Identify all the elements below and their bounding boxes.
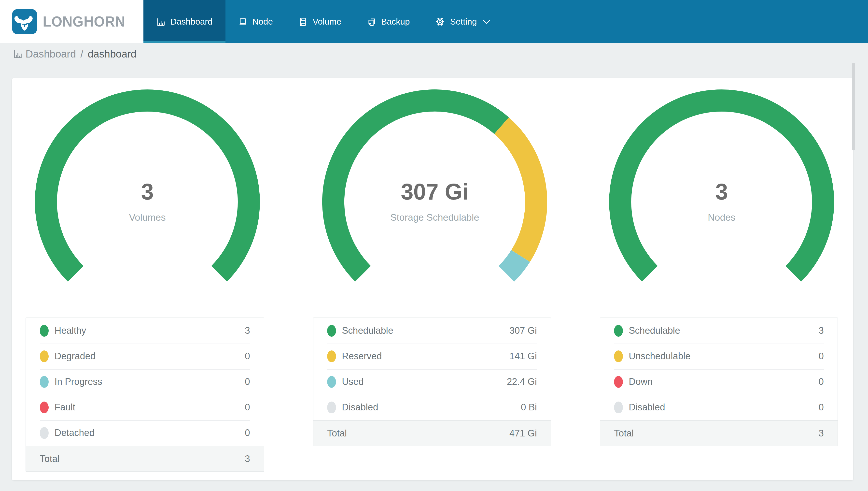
legend-label: Schedulable — [342, 325, 509, 336]
legend-value: 0 — [245, 376, 250, 387]
legend-label: In Progress — [55, 376, 245, 387]
legend-label: Detached — [55, 428, 245, 438]
tab-label: Backup — [381, 17, 410, 27]
volumes-gauge: 3 Volumes — [34, 89, 260, 315]
scrollbar-thumb[interactable] — [852, 63, 855, 150]
copy-pages-icon — [367, 17, 376, 26]
legend-label: Disabled — [629, 402, 818, 413]
nodes-gauge: 3 Nodes — [609, 89, 835, 315]
gauge-segment-reserved — [501, 125, 536, 256]
total-value: 3 — [245, 454, 250, 464]
total-value: 471 Gi — [509, 428, 537, 439]
legend-value: 307 Gi — [509, 325, 537, 336]
volumes-legend-table: Healthy3Degraded0In Progress0Fault0Detac… — [26, 318, 264, 472]
legend-label: Used — [342, 376, 507, 387]
storage-drawers-icon — [299, 17, 308, 26]
legend-row-healthy: Healthy3 — [26, 318, 264, 344]
laptop-icon — [238, 17, 247, 26]
total-label: Total — [614, 428, 818, 439]
gauge-segment-schedulable — [333, 100, 501, 274]
nav-tabs: Dashboard Node Volume — [144, 0, 503, 43]
legend-total-row: Total3 — [600, 420, 838, 446]
legend-value: 0 — [818, 376, 824, 387]
tab-setting[interactable]: Setting — [423, 0, 503, 43]
gear-icon — [435, 17, 445, 27]
unschedulable-dot-icon — [614, 350, 623, 362]
tab-node[interactable]: Node — [225, 0, 286, 43]
legend-row-unschedulable: Unschedulable0 — [600, 344, 838, 369]
nodes-gauge-arc — [609, 89, 835, 315]
storage-legend-table: Schedulable307 GiReserved141 GiUsed22.4 … — [313, 318, 551, 446]
nodes-legend-table: Schedulable3Unschedulable0Down0Disabled0… — [600, 318, 838, 446]
volumes-gauge-arc — [34, 89, 260, 315]
legend-row-reserved: Reserved141 Gi — [313, 344, 551, 369]
legend-row-degraded: Degraded0 — [26, 344, 264, 369]
legend-row-in-progress: In Progress0 — [26, 369, 264, 395]
gauge-segment-healthy — [46, 100, 249, 274]
legend-value: 22.4 Gi — [507, 376, 537, 387]
legend-label: Degraded — [55, 351, 245, 362]
total-label: Total — [327, 428, 509, 439]
bar-chart-icon — [156, 17, 165, 26]
legend-value: 0 — [818, 351, 824, 362]
in-progress-dot-icon — [40, 376, 49, 388]
legend-row-disabled: Disabled0 Bi — [313, 395, 551, 420]
degraded-dot-icon — [40, 350, 49, 362]
longhorn-logo-icon — [12, 9, 37, 34]
breadcrumb-separator: / — [80, 48, 83, 60]
active-tab-underline — [144, 41, 225, 43]
legend-row-schedulable: Schedulable3 — [600, 318, 838, 344]
legend-label: Healthy — [55, 325, 245, 336]
reserved-dot-icon — [327, 350, 336, 362]
schedulable-dot-icon — [614, 325, 623, 337]
tab-volume[interactable]: Volume — [286, 0, 354, 43]
tab-label: Setting — [450, 17, 477, 27]
legend-value: 0 Bi — [521, 402, 537, 413]
top-nav: LONGHORN Dashboard Node — [0, 0, 868, 43]
storage-gauge: 307 Gi Storage Schedulable — [322, 89, 548, 315]
legend-row-used: Used22.4 Gi — [313, 369, 551, 395]
legend-label: Unschedulable — [629, 351, 818, 362]
legend-value: 141 Gi — [509, 351, 537, 362]
disabled-dot-icon — [614, 402, 623, 413]
dashboard-card: 3 Volumes 307 Gi Storage Schedulable 3 N… — [12, 78, 853, 480]
storage-gauge-arc — [322, 89, 548, 315]
legend-row-down: Down0 — [600, 369, 838, 395]
gauge-segment-schedulable — [620, 100, 823, 274]
legend-label: Reserved — [342, 351, 509, 362]
brand-name: LONGHORN — [43, 13, 125, 30]
legend-row-detached: Detached0 — [26, 420, 264, 446]
breadcrumb: Dashboard / dashboard — [13, 48, 136, 60]
legend-value: 0 — [245, 428, 250, 438]
tab-label: Dashboard — [170, 17, 213, 27]
detached-dot-icon — [40, 427, 49, 439]
breadcrumb-section[interactable]: Dashboard — [26, 48, 76, 60]
legend-label: Down — [629, 376, 818, 387]
used-dot-icon — [327, 376, 336, 388]
legend-value: 0 — [245, 351, 250, 362]
tab-dashboard[interactable]: Dashboard — [144, 0, 225, 43]
down-dot-icon — [614, 376, 623, 388]
legend-label: Schedulable — [629, 325, 818, 336]
disabled-dot-icon — [327, 402, 336, 413]
fault-dot-icon — [40, 402, 49, 413]
brand[interactable]: LONGHORN — [0, 0, 144, 43]
legend-row-schedulable: Schedulable307 Gi — [313, 318, 551, 344]
legend-value: 3 — [818, 325, 824, 336]
breadcrumb-page: dashboard — [88, 48, 136, 60]
legend-value: 0 — [818, 402, 824, 413]
healthy-dot-icon — [40, 325, 49, 337]
tab-backup[interactable]: Backup — [354, 0, 423, 43]
legend-total-row: Total471 Gi — [313, 420, 551, 446]
total-value: 3 — [818, 428, 824, 439]
legend-total-row: Total3 — [26, 446, 264, 471]
tab-label: Node — [252, 17, 273, 27]
legend-row-fault: Fault0 — [26, 395, 264, 420]
tab-label: Volume — [313, 17, 341, 27]
legend-row-disabled: Disabled0 — [600, 395, 838, 420]
total-label: Total — [40, 454, 245, 464]
schedulable-dot-icon — [327, 325, 336, 337]
bar-chart-icon — [13, 49, 23, 59]
chevron-down-icon — [483, 20, 490, 24]
legend-value: 3 — [245, 325, 250, 336]
